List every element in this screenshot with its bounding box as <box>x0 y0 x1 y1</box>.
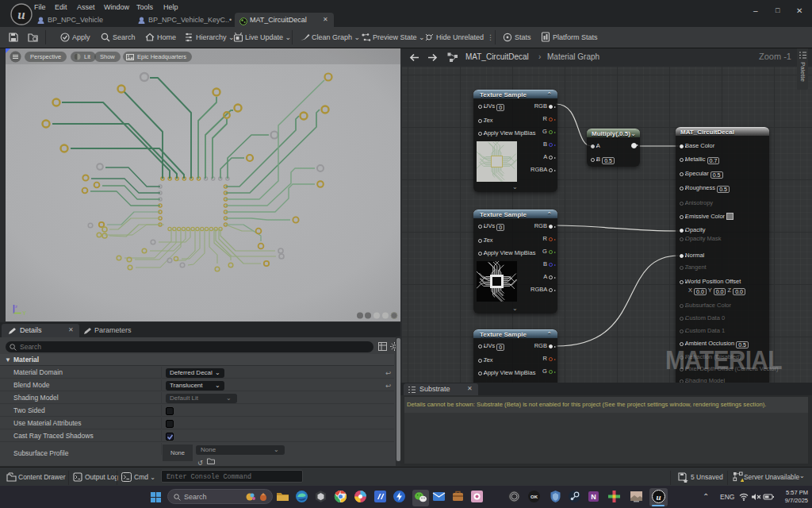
svg-text:OK: OK <box>530 495 538 499</box>
svg-text:u: u <box>656 492 661 502</box>
svg-text:!: ! <box>741 479 742 482</box>
svg-text:z: z <box>15 304 17 309</box>
svg-text:N: N <box>591 493 596 501</box>
svg-text:u: u <box>17 7 25 22</box>
svg-text:Y: Y <box>23 310 27 316</box>
